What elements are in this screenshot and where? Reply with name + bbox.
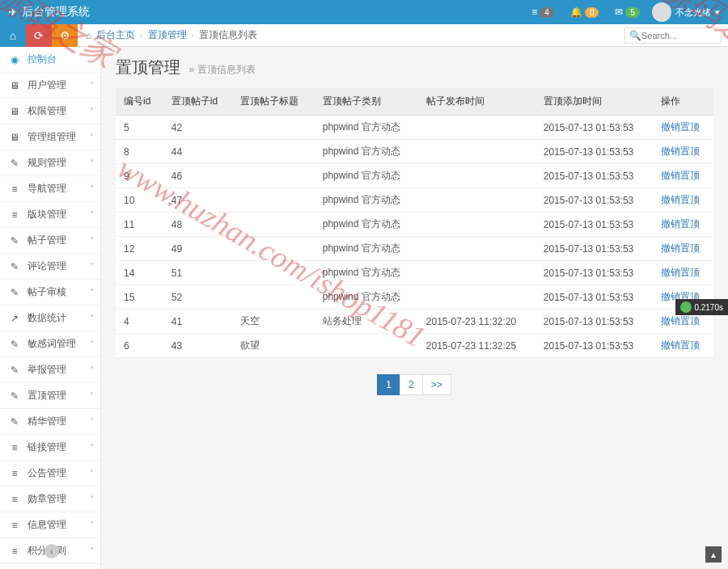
chevron-down-icon: ˅: [90, 288, 94, 297]
menu-icon: ↗: [8, 313, 21, 324]
sidebar-item[interactable]: ≡导航管理˅: [0, 176, 100, 202]
toolbar: ⌂ ⟳ ⚙ ⌂ 后台主页 › 置顶管理 › 置顶信息列表 🔍: [0, 24, 728, 47]
menu-icon: ✎: [8, 158, 21, 169]
sidebar-item[interactable]: 🖥用户管理˅: [0, 73, 100, 99]
column-header: 置顶帖子标题: [232, 88, 315, 116]
chevron-down-icon: ˅: [90, 546, 94, 555]
table-row: 643欲望2015-07-23 11:32:252015-07-13 01:53…: [116, 334, 713, 358]
tool-settings-button[interactable]: ⚙: [52, 24, 78, 47]
chevron-down-icon: ˅: [90, 236, 94, 245]
menu-label: 数据统计: [28, 311, 66, 325]
menu-label: 管理组管理: [28, 130, 76, 144]
chevron-down-icon: ˅: [90, 107, 94, 116]
page-subtitle: » 置顶信息列表: [189, 64, 256, 75]
sidebar-item[interactable]: ↗数据统计˅: [0, 306, 100, 331]
table-row: 1451phpwind 官方动态2015-07-13 01:53:53撤销置顶: [116, 261, 713, 285]
revoke-link[interactable]: 撤销置顶: [661, 339, 700, 351]
search-icon: 🔍: [629, 30, 641, 41]
table-header-row: 编号id置顶帖子id置顶帖子标题置顶帖子类别帖子发布时间置顶添加时间操作: [116, 88, 713, 116]
menu-label: 导航管理: [28, 182, 66, 196]
menu-label: 信息管理: [28, 518, 66, 532]
logo: ✈ 后台管理系统: [8, 5, 90, 19]
tool-home-button[interactable]: ⌂: [0, 24, 26, 47]
menu-label: 精华管理: [28, 415, 66, 428]
revoke-link[interactable]: 撤销置顶: [661, 315, 700, 327]
sidebar-item[interactable]: ✎举报管理˅: [0, 357, 100, 383]
sidebar-item[interactable]: ≡链接管理˅: [0, 435, 100, 461]
scroll-top-button[interactable]: ▲: [705, 546, 722, 563]
chevron-down-icon: ˅: [90, 391, 94, 400]
menu-icon: ✎: [8, 235, 21, 247]
crumb-home[interactable]: 后台主页: [96, 28, 135, 42]
sticky-table: 编号id置顶帖子id置顶帖子标题置顶帖子类别帖子发布时间置顶添加时间操作 542…: [116, 88, 713, 358]
chevron-down-icon: ˅: [90, 495, 94, 504]
menu-label: 帖子管理: [28, 234, 66, 247]
column-header: 编号id: [116, 88, 163, 116]
sidebar-item[interactable]: ✎评论管理˅: [0, 254, 100, 280]
table-row: 542phpwind 官方动态2015-07-13 01:53:53撤销置顶: [116, 116, 713, 140]
menu-icon: ≡: [8, 494, 21, 505]
chevron-down-icon: ˅: [90, 365, 94, 374]
notif-button[interactable]: 🔔 0: [562, 0, 607, 24]
sidebar-toggle-button[interactable]: ‹: [44, 544, 59, 558]
sidebar-item[interactable]: ◉控制台: [0, 47, 100, 73]
revoke-link[interactable]: 撤销置顶: [661, 242, 700, 254]
revoke-link[interactable]: 撤销置顶: [661, 145, 700, 157]
msg-badge: 4: [540, 7, 554, 18]
sidebar-item[interactable]: ✎置顶管理˅: [0, 383, 100, 409]
sidebar-item[interactable]: ≡信息管理˅: [0, 512, 100, 538]
menu-icon: ✎: [8, 416, 21, 428]
page-button[interactable]: 2: [400, 374, 423, 395]
sidebar-item[interactable]: ≡勋章管理˅: [0, 487, 100, 512]
menu-icon: ≡: [8, 209, 21, 221]
table-row: 844phpwind 官方动态2015-07-13 01:53:53撤销置顶: [116, 140, 713, 164]
menu-icon: ✎: [8, 339, 21, 350]
user-caret-icon[interactable]: ▾: [715, 7, 720, 18]
sidebar-item[interactable]: ✎精华管理˅: [0, 409, 100, 435]
revoke-link[interactable]: 撤销置顶: [661, 194, 700, 205]
chevron-down-icon: ˅: [90, 81, 94, 90]
table-row: 1552phpwind 官方动态2015-07-13 01:53:53撤销置顶: [116, 285, 713, 310]
revoke-link[interactable]: 撤销置顶: [661, 170, 700, 181]
sidebar-item[interactable]: ✎敏感词管理˅: [0, 331, 100, 357]
column-header: 帖子发布时间: [418, 88, 535, 116]
menu-label: 控制台: [28, 53, 57, 66]
avatar[interactable]: [652, 2, 671, 22]
sidebar-item[interactable]: ✎规则管理˅: [0, 150, 100, 176]
chevron-down-icon: ˅: [90, 314, 94, 322]
page-button[interactable]: >>: [422, 374, 451, 395]
menu-icon: 🖥: [8, 132, 21, 143]
menu-label: 评论管理: [28, 259, 66, 273]
breadcrumb: ⌂ 后台主页 › 置顶管理 › 置顶信息列表: [86, 28, 257, 42]
menu-icon: ≡: [8, 183, 21, 195]
chevron-down-icon: ˅: [90, 262, 94, 271]
menu-icon: ✎: [8, 390, 21, 402]
menu-label: 勋章管理: [28, 492, 66, 506]
sidebar-item[interactable]: ≡广告规则˅: [0, 564, 100, 569]
user-name[interactable]: 不念光绪: [675, 6, 711, 19]
page-button[interactable]: 1: [377, 374, 400, 395]
mail-button[interactable]: ✉ 5: [607, 0, 648, 24]
search-box[interactable]: 🔍: [624, 27, 722, 44]
table-body: 542phpwind 官方动态2015-07-13 01:53:53撤销置顶84…: [116, 116, 713, 358]
revoke-link[interactable]: 撤销置顶: [661, 267, 700, 278]
chevron-down-icon: ˅: [90, 184, 94, 193]
search-input[interactable]: [641, 31, 714, 40]
tasks-button[interactable]: ≡ 4: [523, 0, 562, 24]
sidebar-item[interactable]: 🖥权限管理˅: [0, 99, 100, 124]
sidebar-item[interactable]: ≡版块管理˅: [0, 202, 100, 228]
sidebar-item[interactable]: ✎帖子审核˅: [0, 280, 100, 306]
column-header: 置顶添加时间: [535, 88, 653, 116]
tool-refresh-button[interactable]: ⟳: [26, 24, 52, 47]
sidebar-item[interactable]: ✎帖子管理˅: [0, 228, 100, 254]
menu-label: 帖子审核: [28, 285, 66, 299]
top-header: ✈ 后台管理系统 ≡ 4 🔔 0 ✉ 5 不念光绪 ▾: [0, 0, 728, 24]
sidebar-item[interactable]: 🖥管理组管理˅: [0, 124, 100, 150]
menu-icon: ✎: [8, 365, 21, 376]
revoke-link[interactable]: 撤销置顶: [661, 218, 700, 230]
crumb-section[interactable]: 置顶管理: [148, 28, 187, 42]
sidebar-item[interactable]: ≡公告管理˅: [0, 461, 100, 487]
revoke-link[interactable]: 撤销置顶: [661, 121, 700, 133]
column-header: 操作: [653, 88, 713, 116]
chevron-down-icon: ˅: [90, 339, 94, 348]
